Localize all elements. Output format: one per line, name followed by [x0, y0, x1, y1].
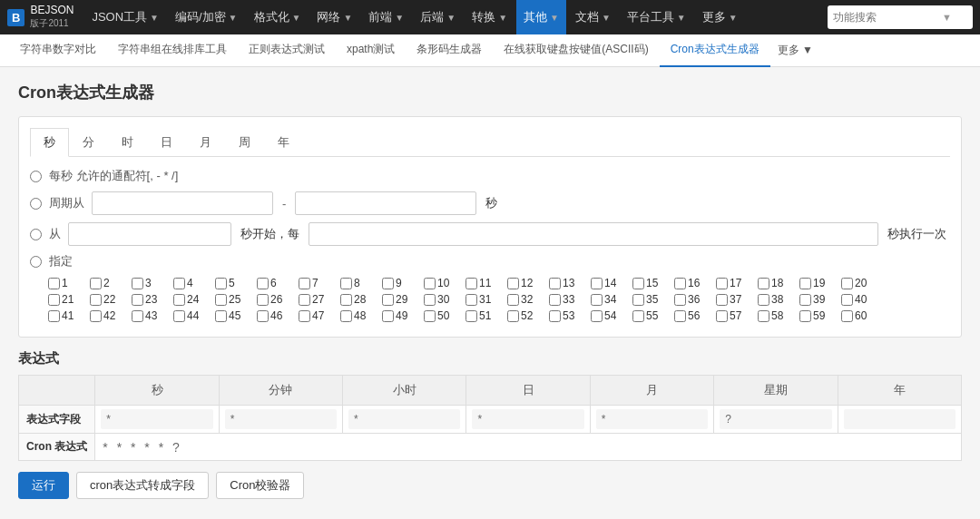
- nav-item[interactable]: 其他▼: [516, 0, 566, 34]
- nav-item[interactable]: 格式化▼: [247, 0, 309, 34]
- period-from-input[interactable]: [92, 191, 273, 215]
- unit-tab[interactable]: 周: [225, 128, 264, 157]
- logo[interactable]: B BEJSON 版子2011: [7, 5, 74, 29]
- checkbox-54[interactable]: [591, 310, 603, 322]
- checkbox-59[interactable]: [799, 310, 811, 322]
- chevron-down-icon[interactable]: ▼: [942, 12, 952, 23]
- radio-from[interactable]: [30, 229, 42, 240]
- expression-field-input-秒[interactable]: [101, 409, 212, 429]
- radio-period-label[interactable]: 周期从: [49, 195, 84, 211]
- checkbox-19[interactable]: [799, 278, 811, 289]
- unit-tab[interactable]: 秒: [30, 128, 69, 157]
- checkbox-47[interactable]: [299, 310, 310, 322]
- radio-period[interactable]: [30, 198, 42, 210]
- expression-field-input-星期[interactable]: [720, 409, 831, 429]
- checkbox-26[interactable]: [257, 294, 269, 306]
- checkbox-12[interactable]: [507, 278, 519, 289]
- nav-item[interactable]: 更多▼: [695, 0, 745, 34]
- checkbox-4[interactable]: [173, 278, 185, 289]
- checkbox-9[interactable]: [382, 278, 394, 289]
- checkbox-21[interactable]: [48, 294, 60, 306]
- checkbox-56[interactable]: [674, 310, 686, 322]
- checkbox-35[interactable]: [632, 294, 644, 306]
- checkbox-33[interactable]: [549, 294, 561, 306]
- checkbox-55[interactable]: [632, 310, 644, 322]
- 运行-button[interactable]: 运行: [18, 472, 69, 499]
- tab-item[interactable]: 字符串组在线排库工具: [107, 34, 238, 67]
- radio-every-second-label[interactable]: 每秒 允许的通配符[, - * /]: [49, 168, 178, 184]
- checkbox-37[interactable]: [716, 294, 728, 306]
- nav-item[interactable]: JSON工具▼: [84, 0, 166, 34]
- checkbox-39[interactable]: [799, 294, 811, 306]
- nav-item[interactable]: 编码/加密▼: [168, 0, 245, 34]
- unit-tab[interactable]: 月: [186, 128, 225, 157]
- checkbox-23[interactable]: [132, 294, 143, 306]
- expression-field-input-日[interactable]: [472, 409, 583, 429]
- checkbox-45[interactable]: [215, 310, 227, 322]
- radio-every-second[interactable]: [30, 171, 42, 182]
- checkbox-50[interactable]: [424, 310, 436, 322]
- nav-item[interactable]: 平台工具▼: [620, 0, 693, 34]
- expression-field-input-年[interactable]: [844, 409, 956, 429]
- radio-specified[interactable]: [30, 256, 42, 268]
- checkbox-8[interactable]: [340, 278, 352, 289]
- unit-tab[interactable]: 时: [108, 128, 147, 157]
- nav-item[interactable]: 网络▼: [309, 0, 359, 34]
- checkbox-31[interactable]: [466, 294, 477, 306]
- checkbox-6[interactable]: [257, 278, 269, 289]
- checkbox-49[interactable]: [382, 310, 394, 322]
- from-every-input[interactable]: [309, 222, 878, 246]
- checkbox-44[interactable]: [173, 310, 185, 322]
- checkbox-38[interactable]: [758, 294, 769, 306]
- unit-tab[interactable]: 日: [147, 128, 186, 157]
- unit-tab[interactable]: 分: [69, 128, 108, 157]
- checkbox-7[interactable]: [299, 278, 310, 289]
- cron表达式转成字段-button[interactable]: cron表达式转成字段: [76, 472, 209, 499]
- checkbox-22[interactable]: [90, 294, 102, 306]
- tab-item[interactable]: 字符串数字对比: [9, 34, 107, 67]
- checkbox-27[interactable]: [299, 294, 310, 306]
- checkbox-17[interactable]: [716, 278, 728, 289]
- checkbox-30[interactable]: [424, 294, 436, 306]
- tab-more[interactable]: 更多 ▼: [770, 43, 820, 58]
- expression-field-input-分钟[interactable]: [225, 409, 337, 429]
- radio-specified-label[interactable]: 指定: [49, 253, 73, 269]
- checkbox-41[interactable]: [48, 310, 60, 322]
- tab-item[interactable]: xpath测试: [336, 34, 406, 67]
- checkbox-48[interactable]: [340, 310, 352, 322]
- checkbox-46[interactable]: [257, 310, 269, 322]
- checkbox-34[interactable]: [591, 294, 603, 306]
- checkbox-10[interactable]: [424, 278, 436, 289]
- checkbox-32[interactable]: [507, 294, 519, 306]
- checkbox-11[interactable]: [466, 278, 477, 289]
- nav-item[interactable]: 转换▼: [465, 0, 514, 34]
- checkbox-57[interactable]: [716, 310, 728, 322]
- nav-item[interactable]: 后端▼: [413, 0, 463, 34]
- checkbox-15[interactable]: [632, 278, 644, 289]
- checkbox-16[interactable]: [674, 278, 686, 289]
- expression-field-input-小时[interactable]: [348, 409, 460, 429]
- from-start-input[interactable]: [68, 222, 231, 246]
- checkbox-24[interactable]: [173, 294, 185, 306]
- tab-item[interactable]: Cron表达式生成器: [660, 34, 770, 67]
- checkbox-28[interactable]: [340, 294, 352, 306]
- checkbox-25[interactable]: [215, 294, 227, 306]
- checkbox-53[interactable]: [549, 310, 561, 322]
- checkbox-20[interactable]: [841, 278, 853, 289]
- checkbox-13[interactable]: [549, 278, 561, 289]
- checkbox-40[interactable]: [841, 294, 853, 306]
- checkbox-1[interactable]: [48, 278, 60, 289]
- checkbox-29[interactable]: [382, 294, 394, 306]
- checkbox-58[interactable]: [758, 310, 769, 322]
- checkbox-14[interactable]: [591, 278, 603, 289]
- tab-item[interactable]: 条形码生成器: [406, 34, 493, 67]
- period-to-input[interactable]: [295, 191, 476, 215]
- search-input[interactable]: [833, 11, 942, 24]
- nav-item[interactable]: 文档▼: [568, 0, 618, 34]
- checkbox-18[interactable]: [758, 278, 769, 289]
- checkbox-2[interactable]: [90, 278, 102, 289]
- checkbox-42[interactable]: [90, 310, 102, 322]
- cron校验器-button[interactable]: Cron校验器: [216, 472, 304, 499]
- tab-item[interactable]: 在线获取键盘按键值(ASCII码): [493, 34, 659, 67]
- checkbox-43[interactable]: [132, 310, 143, 322]
